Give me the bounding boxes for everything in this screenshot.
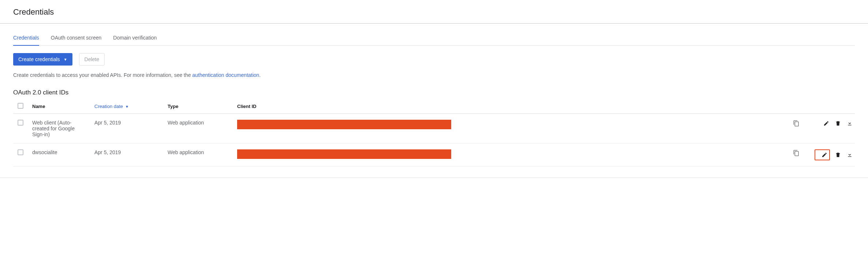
section-title: OAuth 2.0 client IDs [13, 89, 855, 96]
delete-button[interactable]: Delete [79, 53, 105, 66]
info-text-post: . [259, 72, 261, 78]
chevron-down-icon: ▾ [126, 104, 128, 109]
col-type[interactable]: Type [163, 99, 233, 114]
col-client-id[interactable]: Client ID [233, 99, 782, 114]
caret-down-icon: ▼ [64, 57, 67, 62]
table-row: dwsocialiteApr 5, 2019Web application [13, 144, 855, 167]
oauth-clients-table: Name Creation date ▾ Type Client ID Web … [13, 99, 855, 167]
client-id-redacted [237, 149, 451, 159]
table-row: Web client (Auto-created for Google Sign… [13, 114, 855, 144]
col-name[interactable]: Name [28, 99, 90, 114]
trash-icon[interactable] [834, 151, 842, 159]
cell-type: Web application [163, 144, 233, 167]
auth-doc-link[interactable]: authentication documentation [192, 72, 259, 78]
row-checkbox[interactable] [18, 120, 23, 126]
cell-type: Web application [163, 114, 233, 144]
trash-icon[interactable] [834, 120, 842, 127]
tab-domain-verification[interactable]: Domain verification [113, 30, 157, 45]
tab-oauth-consent[interactable]: OAuth consent screen [51, 30, 102, 45]
cell-creation-date: Apr 5, 2019 [90, 114, 163, 144]
col-creation-date[interactable]: Creation date ▾ [90, 99, 163, 114]
cell-creation-date: Apr 5, 2019 [90, 144, 163, 167]
row-checkbox[interactable] [18, 149, 23, 155]
tab-credentials[interactable]: Credentials [13, 30, 39, 45]
info-text-pre: Create credentials to access your enable… [13, 72, 192, 78]
page-title: Credentials [13, 0, 855, 23]
create-credentials-label: Create credentials [18, 56, 60, 62]
cell-client-id [233, 114, 782, 144]
create-credentials-button[interactable]: Create credentials ▼ [13, 53, 72, 66]
pencil-icon[interactable] [821, 151, 828, 159]
info-text: Create credentials to access your enable… [13, 72, 855, 78]
pencil-icon[interactable] [823, 120, 830, 127]
download-icon[interactable] [846, 151, 853, 159]
download-icon[interactable] [846, 120, 853, 127]
copy-icon[interactable] [793, 149, 800, 157]
cell-name[interactable]: dwsocialite [28, 144, 90, 167]
copy-icon[interactable] [793, 120, 800, 127]
cell-name[interactable]: Web client (Auto-created for Google Sign… [28, 114, 90, 144]
col-creation-date-label: Creation date [94, 104, 123, 109]
edit-button-highlight[interactable] [815, 149, 830, 160]
select-all-checkbox[interactable] [18, 103, 23, 109]
cell-client-id [233, 144, 782, 167]
tabs: Credentials OAuth consent screen Domain … [13, 30, 855, 46]
client-id-redacted [237, 120, 451, 129]
